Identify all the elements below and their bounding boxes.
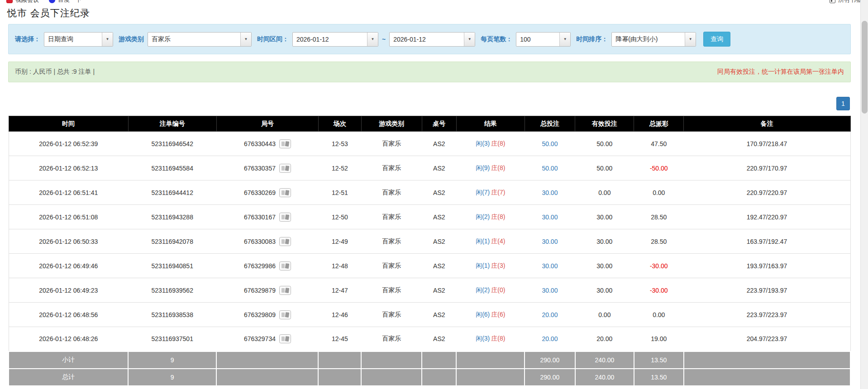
valid-bet-cell: 50.00	[575, 156, 634, 180]
valid-bet-cell: 0.00	[575, 303, 634, 327]
table-header: 时间 注单编号 局号 场次 游戏类别 桌号 结果 总投注 有效投注 总派彩 备注	[9, 116, 850, 132]
result-banker: 庄(6)	[491, 311, 505, 318]
road-map-icon[interactable]	[279, 286, 291, 295]
game-type-label: 游戏类别	[119, 35, 144, 43]
valid-bet-cell: 30.00	[575, 205, 634, 229]
date-type-value: 日期查询	[44, 33, 102, 46]
total-bet-link[interactable]: 30.00	[542, 287, 558, 294]
column-header-valid-bet: 有效投注	[575, 116, 634, 132]
bookmark-favicon	[49, 0, 55, 3]
grand-total-empty-cell	[684, 369, 850, 386]
total-bet-link[interactable]: 20.00	[542, 335, 558, 342]
column-header-session: 场次	[318, 116, 361, 132]
round-number: 676330269	[244, 189, 276, 196]
total-bet-link[interactable]: 30.00	[542, 262, 558, 270]
scrollbar-thumb[interactable]	[862, 21, 868, 114]
bet-id-cell: 523116945584	[128, 156, 216, 180]
valid-bet-notice-text: 同局有效投注，统一计算在该局第一张注单内	[717, 68, 844, 76]
column-header-payout: 总派彩	[634, 116, 684, 132]
result-cell: 闲(3)庄(8)	[456, 132, 525, 156]
valid-bet-cell: 50.00	[575, 132, 634, 156]
result-banker: 庄(8)	[491, 335, 505, 342]
result-player: 闲(7)	[476, 189, 490, 196]
round-cell: 676329879	[216, 278, 318, 303]
grand-total-empty-cell	[361, 369, 422, 386]
total-bet-link[interactable]: 30.00	[542, 189, 558, 196]
subtotal-payout: 13.50	[634, 351, 684, 369]
column-header-note: 备注	[684, 116, 850, 132]
page-title: 悦市 会员下注纪录	[7, 7, 868, 19]
all-bookmarks-button[interactable]: 所有书签	[830, 0, 862, 4]
game-cell: 百家乐	[361, 229, 422, 254]
valid-bet-cell: 30.00	[575, 229, 634, 254]
subtotal-count: 9	[128, 351, 216, 369]
chevron-down-icon[interactable]: ▼	[559, 33, 570, 46]
total-bet-link[interactable]: 30.00	[542, 238, 558, 245]
range-separator: ~	[382, 36, 386, 43]
all-bookmarks-label: 所有书签	[838, 0, 862, 4]
total-bet-cell: 20.00	[525, 303, 575, 327]
table-body: 2026-01-12 06:52:39 523116946542 6763304…	[9, 132, 850, 351]
date-to-value: 2026-01-12	[390, 33, 464, 46]
per-page-label: 每页笔数：	[481, 35, 512, 43]
table-row: 2026-01-12 06:48:56 523116938538 6763298…	[9, 303, 850, 327]
total-bet-link[interactable]: 20.00	[542, 311, 558, 318]
bookmark-label: 视频会议	[15, 0, 39, 4]
time-cell: 2026-01-12 06:48:56	[9, 303, 128, 327]
bookmark-item[interactable]: 视频会议	[6, 0, 39, 4]
total-bet-link[interactable]: 50.00	[542, 140, 558, 147]
road-map-icon[interactable]	[279, 139, 291, 148]
bookmark-item[interactable]: 百度一下	[49, 0, 81, 4]
column-header-bet-id: 注单编号	[128, 116, 216, 132]
road-map-icon[interactable]	[279, 188, 291, 197]
page-1-button[interactable]: 1	[836, 97, 850, 110]
subtotal-total-bet: 290.00	[525, 351, 575, 369]
grand-total-empty-cell	[318, 369, 361, 386]
time-cell: 2026-01-12 06:49:23	[9, 278, 128, 303]
chevron-down-icon[interactable]: ▼	[367, 33, 378, 46]
road-map-icon[interactable]	[279, 213, 291, 222]
query-button[interactable]: 查询	[703, 32, 730, 47]
table-no-cell: AS2	[422, 327, 456, 351]
chevron-down-icon[interactable]: ▼	[464, 33, 475, 46]
session-cell: 12-53	[318, 132, 361, 156]
subtotal-empty-cell	[361, 351, 422, 369]
road-map-icon[interactable]	[279, 310, 291, 319]
time-sort-select[interactable]: 降幂(由大到小) ▼	[611, 32, 696, 47]
subtotal-empty-cell	[216, 351, 318, 369]
time-cell: 2026-01-12 06:52:39	[9, 132, 128, 156]
road-map-icon[interactable]	[279, 334, 291, 343]
road-map-icon[interactable]	[279, 164, 291, 173]
chevron-down-icon[interactable]: ▼	[240, 33, 251, 46]
column-header-round: 局号	[216, 116, 318, 132]
chevron-down-icon[interactable]: ▼	[685, 33, 696, 46]
result-player: 闲(3)	[476, 140, 490, 147]
date-to-input[interactable]: 2026-01-12 ▼	[389, 32, 475, 47]
grand-total-empty-cell	[422, 369, 456, 386]
round-number: 676330443	[244, 140, 276, 147]
table-row: 2026-01-12 06:51:41 523116944412 6763302…	[9, 180, 850, 205]
table-row: 2026-01-12 06:52:39 523116946542 6763304…	[9, 132, 850, 156]
browser-bookmarks-bar: 视频会议 百度一下 所有书签	[0, 0, 868, 5]
total-bet-cell: 30.00	[525, 205, 575, 229]
grand-total-payout: 13.50	[634, 369, 684, 386]
chevron-down-icon[interactable]: ▼	[102, 33, 113, 46]
grand-total-empty-cell	[216, 369, 318, 386]
total-bet-link[interactable]: 30.00	[542, 213, 558, 221]
date-from-input[interactable]: 2026-01-12 ▼	[292, 32, 378, 47]
time-cell: 2026-01-12 06:52:13	[9, 156, 128, 180]
road-map-icon[interactable]	[279, 261, 291, 270]
time-sort-value: 降幂(由大到小)	[612, 33, 685, 46]
round-number: 676329809	[244, 311, 276, 318]
session-cell: 12-45	[318, 327, 361, 351]
game-type-select[interactable]: 百家乐 ▼	[148, 32, 252, 47]
grand-total-empty-cell	[456, 369, 525, 386]
per-page-select[interactable]: 100 ▼	[516, 32, 571, 47]
bet-records-table: 时间 注单编号 局号 场次 游戏类别 桌号 结果 总投注 有效投注 总派彩 备注…	[8, 116, 851, 386]
road-map-icon[interactable]	[279, 237, 291, 246]
total-bet-link[interactable]: 50.00	[542, 165, 558, 172]
date-type-select[interactable]: 日期查询 ▼	[44, 32, 113, 47]
vertical-scrollbar[interactable]	[860, 0, 868, 389]
total-bet-cell: 30.00	[525, 278, 575, 303]
result-banker: 庄(7)	[491, 189, 505, 196]
